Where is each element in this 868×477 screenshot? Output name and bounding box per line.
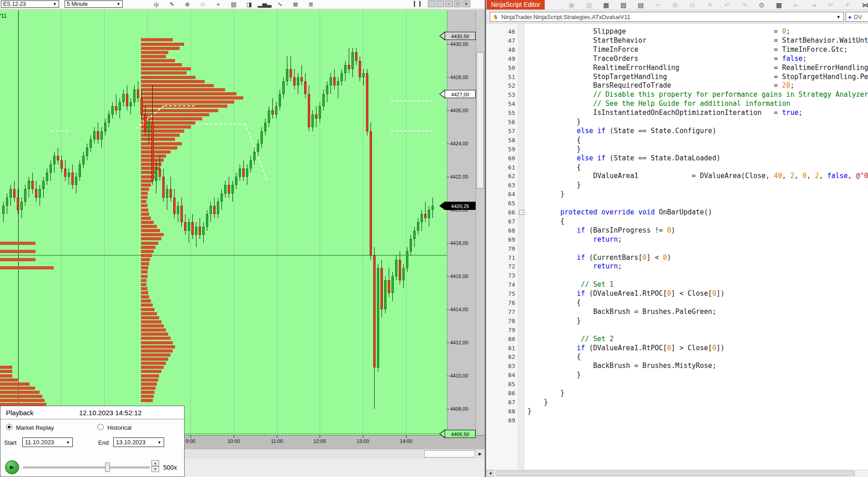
candle (311, 114, 314, 127)
volume-profile-bar (141, 337, 171, 340)
instrument-selector[interactable]: ES 12-23 ▼ (1, 0, 59, 8)
historical-radio[interactable] (97, 424, 104, 430)
volume-profile-bar (141, 283, 146, 286)
code-text: return; (527, 262, 622, 271)
file-list-icon[interactable]: ▤ (635, 0, 646, 9)
find-icon[interactable]: ⊙ (756, 0, 767, 9)
strategies-icon[interactable]: ⊠ (289, 0, 302, 8)
speed-down-button[interactable]: ▼ (151, 466, 159, 472)
code-line: 67 { (486, 217, 868, 226)
volume-profile-bar (141, 51, 168, 54)
code-text: // Set 2 (527, 335, 614, 344)
speed-slider-thumb[interactable] (105, 462, 110, 472)
crosshair-icon[interactable]: + (212, 0, 225, 8)
volume-profile-bar (141, 275, 147, 278)
print-icon[interactable]: ▦ (601, 0, 612, 9)
candle-wick (116, 94, 116, 115)
candle (64, 169, 66, 177)
chart-horizontal-scrollbar-thumb[interactable] (424, 450, 475, 457)
candle (119, 102, 121, 110)
session-start-line (18, 10, 19, 435)
code-line: 56 } (486, 118, 868, 127)
speed-up-button[interactable]: ▲ (151, 460, 159, 466)
class-selector-dropdown[interactable]: ♞ NinjaTrader.NinjaScript.Strategies.ATx… (490, 12, 844, 22)
candle (341, 73, 343, 81)
candle (166, 189, 168, 197)
volume-profile-bar (141, 200, 146, 203)
volume-profile-bar (141, 316, 159, 319)
volume-profile-bar (141, 233, 164, 236)
candle (155, 169, 157, 181)
speed-slider-track[interactable] (23, 467, 150, 468)
properties-icon[interactable]: ≣ (305, 0, 317, 8)
chart-window: ES 12-23 ▼ 5 Minute ▼ ı|ı✎⊕⊖+▤◨▂▅▃∿⊠≣−□✕… (0, 0, 485, 477)
restore-button[interactable]: □ (454, 0, 462, 7)
playback-timestamp: 12.10.2023 14:52:12 (79, 409, 142, 417)
code-line: 65 (486, 199, 868, 208)
toolbar-grip[interactable] (414, 1, 421, 7)
chart-plot-area[interactable]: V11 (0, 10, 447, 435)
volume-profile-bar (141, 270, 147, 273)
editor-horizontal-scrollbar-thumb[interactable] (496, 471, 855, 476)
titlebar-button-1[interactable] (428, 0, 436, 7)
zoom-out-icon[interactable]: ⊖ (196, 0, 209, 8)
time-axis-label: 13:00 (356, 438, 369, 444)
candle (381, 268, 383, 309)
code-text: else if (State == State.DataLoaded) (527, 154, 720, 163)
start-date-dropdown[interactable]: 11.10.2023 ▼ (22, 437, 73, 447)
volume-profile-bar (141, 92, 236, 95)
play-button[interactable]: ▶ (5, 460, 19, 474)
minimize-button[interactable]: − (445, 0, 453, 7)
code-line: 83 BackBrush = Brushes.MistyRose; (486, 362, 868, 371)
volume-profile-bar (141, 387, 156, 390)
volume-profile-bar (141, 250, 154, 253)
hour-gridline (320, 10, 320, 435)
data-series-icon[interactable]: ▤ (227, 0, 240, 8)
time-axis-label: 12:00 (313, 438, 326, 444)
chart-trader-icon[interactable]: ◨ (243, 0, 256, 8)
bar-type-icon[interactable]: ı|ı (150, 0, 163, 8)
indicators-icon[interactable]: ▂▅▃ (258, 0, 271, 8)
candle (184, 222, 186, 230)
code-editor[interactable]: 46 Slippage = 0;47 StartBehavior = Start… (486, 24, 868, 470)
code-fold-marker[interactable]: − (519, 210, 524, 215)
scroll-left-arrow-icon[interactable]: ◀ (487, 470, 494, 477)
close-button[interactable]: ✕ (462, 0, 470, 7)
code-line: 77 BackBrush = Brushes.PaleGreen; (486, 308, 868, 317)
period-selector[interactable]: 5 Minute ▼ (65, 0, 123, 8)
scroll-right-arrow-icon[interactable]: ▶ (477, 450, 484, 457)
print-preview-icon[interactable]: ▧ (618, 0, 629, 9)
price-tag-value: 4406,50 (445, 430, 476, 438)
member-selector-dropdown[interactable]: ● DV (846, 12, 868, 22)
candle (20, 202, 23, 210)
price-axis-label: 4428,00 (450, 74, 468, 80)
volume-profile-bar (141, 295, 149, 298)
time-axis-label: 11:00 (271, 438, 283, 444)
candle (399, 260, 401, 281)
price-axis-label: 4416,00 (450, 273, 468, 279)
volume-profile-bar (0, 395, 42, 398)
titlebar-button-2[interactable] (437, 0, 444, 7)
volume-profile-bar (141, 358, 168, 361)
code-text: TimeInForce = TimeInForce.Gtc; (527, 45, 848, 55)
draw-pencil-icon[interactable]: ✎ (166, 0, 178, 8)
drawing-tools-icon[interactable]: ∿ (274, 0, 286, 8)
candle (410, 239, 412, 251)
code-line: 53 // Disable this property for performa… (486, 90, 868, 99)
candle (177, 206, 179, 214)
price-tag-value: 4430,50 (445, 32, 476, 40)
candle (199, 227, 201, 235)
market-replay-radio[interactable] (6, 424, 12, 430)
visual-studio-icon[interactable]: ⋈ (860, 0, 868, 9)
zoom-in-icon[interactable]: ⊕ (181, 0, 194, 8)
candle (148, 123, 150, 131)
line-number: 57 (486, 127, 515, 136)
compile-icon[interactable]: ▩ (773, 0, 784, 9)
volume-profile-bar (141, 225, 157, 228)
volume-profile-bar (141, 345, 175, 348)
price-axis-scrollbar-thumb[interactable] (477, 52, 484, 189)
end-date-dropdown[interactable]: 13.10.2023 ▼ (113, 437, 164, 447)
code-line: 57 else if (State == State.Configure) (486, 127, 868, 136)
line-number: 82 (486, 353, 515, 362)
playback-titlebar[interactable]: Playback 12.10.2023 14:52:12 (0, 406, 184, 419)
